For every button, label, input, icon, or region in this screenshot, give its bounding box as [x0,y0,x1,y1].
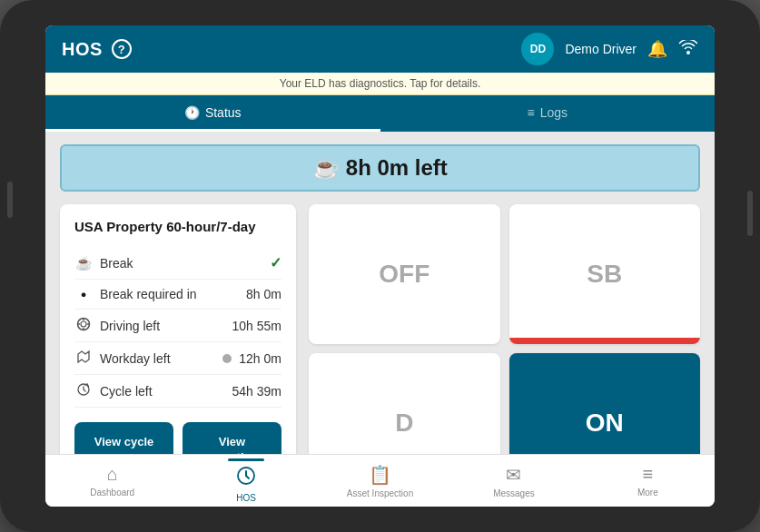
status-tab-label: Status [205,105,242,120]
view-exemptions-button[interactable]: View exemptions [183,422,281,454]
status-tab-icon: 🕐 [184,105,200,120]
nav-hos[interactable]: HOS [179,455,312,507]
cycle-left-row: Cycle left 54h 39m [74,375,281,408]
messages-label: Messages [493,488,535,498]
d-label: D [395,409,413,438]
physical-button-left [7,182,13,218]
physical-button-right [747,191,753,236]
nav-dashboard[interactable]: ⌂ Dashboard [45,460,179,501]
svg-line-8 [246,476,249,478]
break-required-row: ● Break required in 8h 0m [74,280,281,310]
on-button[interactable]: ON [509,353,701,454]
wifi-icon [678,40,698,59]
tablet-frame: HOS ? DD Demo Driver 🔔 Your ELD has diag… [0,0,760,532]
workday-left-label: Workday left [100,351,215,366]
driving-left-row: Driving left 10h 55m [74,310,281,342]
workday-left-row: Workday left 12h 0m [74,342,281,375]
break-required-label: Break required in [100,287,239,301]
view-cycle-recap-button[interactable]: View cyclerecap [74,422,173,454]
sb-status-bar [509,338,701,344]
nav-asset-inspection[interactable]: 📋 Asset Inspection [313,460,447,502]
logs-tab-icon: ≡ [527,105,534,120]
d-button[interactable]: D [309,353,500,454]
sb-label: SB [587,260,622,289]
cycle-left-label: Cycle left [100,384,225,399]
workday-left-value: 12h 0m [239,351,281,366]
sb-button[interactable]: SB [509,204,701,344]
main-content: ☕ 8h 0m left USA Property 60-hour/7-day … [45,132,715,454]
hos-nav-icon [236,466,256,490]
driving-left-value: 10h 55m [232,319,281,333]
off-button[interactable]: OFF [309,204,500,344]
cycle-left-value: 54h 39m [232,384,281,399]
tab-logs[interactable]: ≡ Logs [380,95,716,132]
driver-name: Demo Driver [565,42,637,56]
top-bar-right: DD Demo Driver 🔔 [521,33,698,65]
content-grid: USA Property 60-hour/7-day ☕ Break ✓ ● B… [60,204,700,454]
break-row: ☕ Break ✓ [74,247,281,280]
left-panel: USA Property 60-hour/7-day ☕ Break ✓ ● B… [60,204,296,454]
hos-nav-label: HOS [236,493,256,503]
on-label: ON [586,409,624,438]
break-required-value: 8h 0m [246,287,281,301]
hos-active-bar [228,458,264,461]
top-bar: HOS ? DD Demo Driver 🔔 [45,25,715,73]
app-title: HOS [62,39,103,60]
driving-left-label: Driving left [100,319,225,333]
tablet-screen: HOS ? DD Demo Driver 🔔 Your ELD has diag… [45,25,715,507]
dashboard-label: Dashboard [90,488,134,498]
right-panel: OFF SB D ON [309,204,700,454]
asset-inspection-icon: 📋 [369,464,391,486]
tab-status[interactable]: 🕐 Status [45,95,380,132]
off-label: OFF [379,260,429,289]
workday-icon [74,350,93,367]
top-bar-left: HOS ? [62,39,521,60]
nav-messages[interactable]: ✉ Messages [447,460,580,502]
nav-more[interactable]: ≡ More [581,460,715,501]
more-icon: ≡ [642,464,653,485]
messages-icon: ✉ [506,464,521,486]
avatar: DD [521,33,554,65]
workday-indicator [222,354,232,363]
bottom-nav: ⌂ Dashboard HOS 📋 Asset Inspection [45,454,715,507]
notification-bell-icon[interactable]: 🔔 [647,39,667,59]
tab-bar: 🕐 Status ≡ Logs [45,95,715,132]
ruleset-title: USA Property 60-hour/7-day [74,219,281,234]
asset-inspection-label: Asset Inspection [347,488,413,498]
break-check-icon: ✓ [270,254,281,271]
break-label: Break [100,256,262,271]
cycle-icon [74,382,93,399]
dashboard-icon: ⌂ [107,464,118,485]
svg-point-1 [81,321,86,327]
help-button[interactable]: ? [112,39,132,59]
action-buttons: View cyclerecap View exemptions [74,422,281,454]
driving-icon [74,317,93,334]
more-label: More [637,488,658,498]
diagnostic-banner[interactable]: Your ELD has diagnostics. Tap for detail… [45,73,715,95]
break-required-icon: ● [74,289,93,300]
break-icon: ☕ [74,255,93,271]
logs-tab-label: Logs [540,105,568,120]
time-banner: ☕ 8h 0m left [60,144,700,192]
